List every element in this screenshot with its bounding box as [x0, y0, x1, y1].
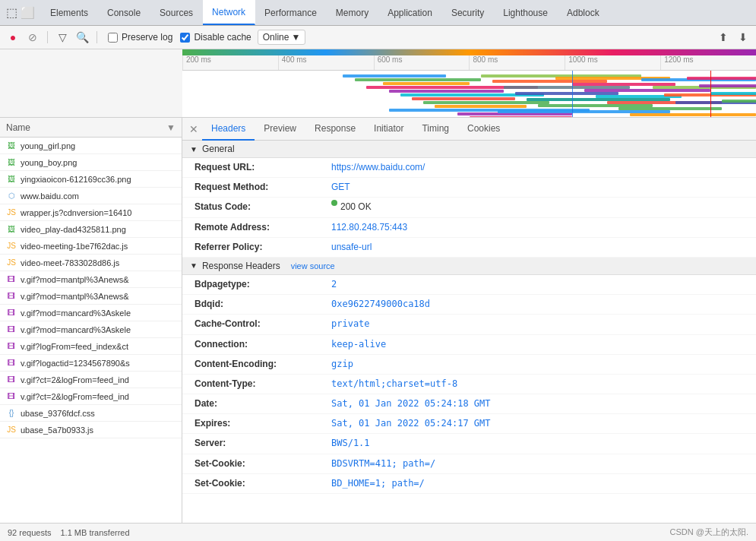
detail-key: Bdqid:	[195, 297, 331, 312]
ruler-mark: 400 ms	[278, 55, 374, 70]
panel-tab-preview[interactable]: Preview	[255, 118, 305, 141]
detail-key: Date:	[195, 397, 331, 411]
list-item[interactable]: {}ubase_9376fdcf.css	[0, 405, 182, 422]
request-name: young_girl.png	[21, 141, 75, 150]
panel-tab-cookies[interactable]: Cookies	[458, 118, 509, 141]
view-source-link[interactable]: view source	[291, 261, 335, 270]
list-item[interactable]: JSvideo-meeting-1be7f62dac.js	[0, 238, 182, 255]
disable-cache-checkbox[interactable]	[180, 33, 190, 43]
list-item[interactable]: 🖼yingxiaoicon-612169cc36.png	[0, 171, 182, 188]
stop-button[interactable]: ⊘	[24, 29, 41, 46]
response-headers-section-header[interactable]: ▼Response Headersview source	[182, 258, 756, 275]
disable-cache-label[interactable]: Disable cache	[194, 32, 251, 43]
request-name: video-meeting-1be7f62dac.js	[21, 242, 128, 251]
nav-item-adblock[interactable]: Adblock	[558, 0, 609, 25]
ruler-mark: 200 ms	[182, 55, 278, 70]
detail-row: Cache-Control:private	[182, 315, 756, 334]
timeline-bar	[423, 101, 549, 104]
file-type-icon: 🎞	[6, 308, 17, 318]
transferred-size: 1.1 MB transferred	[60, 528, 129, 537]
list-item[interactable]: 🎞v.gif?logFrom=feed_index&ct	[0, 338, 182, 355]
timeline-cursor-line	[572, 71, 573, 118]
preserve-log-label[interactable]: Preserve log	[122, 32, 172, 43]
nav-item-console[interactable]: Console	[98, 0, 150, 25]
list-item[interactable]: 🎞v.gif?ct=2&logFrom=feed_ind	[0, 372, 182, 388]
detail-key: Status Code:	[195, 200, 331, 214]
list-item[interactable]: 🎞v.gif?mod=mancard%3Askele	[0, 321, 182, 338]
list-item[interactable]: 🎞v.gif?logactid=1234567890&s	[0, 355, 182, 372]
list-item[interactable]: JSwrapper.js?cdnversion=16410	[0, 204, 182, 221]
timeline-bar	[722, 100, 756, 103]
request-name: video_play-dad4325811.png	[21, 225, 126, 234]
nav-item-elements[interactable]: Elements	[41, 0, 98, 25]
detail-value: https://www.baidu.com/	[331, 160, 425, 175]
request-name: young_boy.png	[21, 158, 77, 167]
upload-button[interactable]: ⬆	[715, 29, 732, 46]
timeline-bar	[687, 77, 756, 80]
nav-item-sources[interactable]: Sources	[150, 0, 203, 25]
timeline-bar	[470, 116, 573, 118]
list-item[interactable]: 🖼young_girl.png	[0, 138, 182, 154]
detail-row: Set-Cookie:BD_HOME=1; path=/	[182, 474, 756, 494]
inspect-icon[interactable]: ⬜	[21, 6, 35, 20]
nav-item-performance[interactable]: Performance	[255, 0, 327, 25]
timeline-container: 200 ms400 ms600 ms800 ms1000 ms1200 ms	[0, 49, 756, 118]
detail-value: 0xe9622749000ca18d	[331, 297, 430, 312]
file-type-icon: 🎞	[6, 391, 17, 402]
nav-item-network[interactable]: Network	[203, 0, 255, 25]
general-section-header[interactable]: ▼General	[182, 141, 756, 158]
request-list[interactable]: 🖼young_girl.png🖼young_boy.png🖼yingxiaoic…	[0, 138, 182, 523]
file-type-icon: 🎞	[6, 274, 17, 285]
panel-tab-headers[interactable]: Headers	[202, 118, 255, 141]
detail-value: Sat, 01 Jan 2022 05:24:18 GMT	[331, 397, 491, 411]
list-item[interactable]: 🎞v.gif?mod=mancard%3Askele	[0, 305, 182, 321]
timeline-chart	[182, 71, 756, 118]
list-item[interactable]: 🎞v.gif?mod=mantpl%3Anews&	[0, 271, 182, 288]
panel-tab-response[interactable]: Response	[305, 118, 365, 141]
list-item[interactable]: JSvideo-meet-7833028d86.js	[0, 255, 182, 271]
panel-tab-initiator[interactable]: Initiator	[365, 118, 413, 141]
list-item[interactable]: 🎞v.gif?mod=mantpl%3Anews&	[0, 288, 182, 305]
nav-item-lighthouse[interactable]: Lighthouse	[494, 0, 558, 25]
nav-item-application[interactable]: Application	[378, 0, 442, 25]
preserve-log-checkbox[interactable]	[108, 33, 118, 43]
online-dropdown[interactable]: Online ▼	[258, 30, 306, 45]
list-header: Name ▼	[0, 118, 182, 138]
request-name: v.gif?mod=mancard%3Askele	[21, 325, 131, 334]
detail-value: BDSVRTM=411; path=/	[331, 457, 435, 471]
sort-icon[interactable]: ▼	[166, 122, 176, 133]
dock-icon[interactable]: ⬚	[6, 5, 17, 20]
detail-key: Request URL:	[195, 160, 331, 175]
list-item[interactable]: 🎞v.gif?ct=2&logFrom=feed_ind	[0, 388, 182, 405]
file-type-icon: JS	[6, 425, 17, 435]
detail-value: 112.80.248.75:443	[331, 220, 407, 235]
file-type-icon: 🎞	[6, 291, 17, 302]
timeline-marker-line	[710, 71, 711, 118]
timeline-bar	[389, 90, 504, 93]
list-item[interactable]: 🖼young_boy.png	[0, 154, 182, 171]
list-item[interactable]: 🖼video_play-dad4325811.png	[0, 221, 182, 238]
ruler-mark: 800 ms	[469, 55, 565, 70]
nav-item-security[interactable]: Security	[442, 0, 494, 25]
record-button[interactable]: ●	[5, 29, 21, 46]
list-item[interactable]: ⬡www.baidu.com	[0, 188, 182, 204]
search-button[interactable]: 🔍	[74, 29, 90, 46]
panel-tab-timing[interactable]: Timing	[413, 118, 458, 141]
nav-item-memory[interactable]: Memory	[327, 0, 378, 25]
list-item[interactable]: JSubase_5a7b0933.js	[0, 422, 182, 438]
detail-value: text/html;charset=utf-8	[331, 377, 457, 391]
filter-button[interactable]: ▽	[54, 29, 71, 46]
request-name: www.baidu.com	[21, 191, 79, 201]
detail-row: Date:Sat, 01 Jan 2022 05:24:18 GMT	[182, 394, 756, 414]
detail-value: private	[331, 317, 370, 331]
download-button[interactable]: ⬇	[735, 29, 751, 46]
file-type-icon: JS	[6, 207, 17, 218]
detail-value: BWS/1.1	[331, 436, 370, 451]
left-panel: Name ▼ 🖼young_girl.png🖼young_boy.png🖼yin…	[0, 118, 182, 523]
upload-download-buttons: ⬆ ⬇	[715, 29, 751, 46]
detail-row: Server:BWS/1.1	[182, 434, 756, 454]
detail-key: Cache-Control:	[195, 317, 331, 331]
detail-key: Referrer Policy:	[195, 240, 331, 255]
file-type-icon: 🖼	[6, 157, 17, 168]
close-panel-button[interactable]: ✕	[185, 121, 202, 138]
